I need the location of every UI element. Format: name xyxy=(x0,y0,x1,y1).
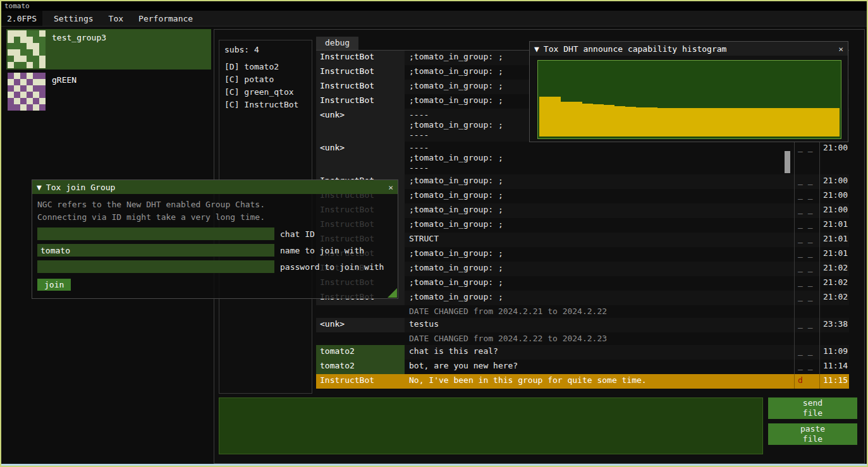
message-time xyxy=(819,332,849,345)
message-text: ;tomato_in_group: ; xyxy=(405,174,794,189)
scrollbar-thumb[interactable] xyxy=(785,151,790,173)
histogram-bar xyxy=(539,97,550,136)
window-titlebar[interactable]: ▼ Tox DHT announce capability histogram … xyxy=(530,42,848,56)
message-text: ;tomato_in_group: ; xyxy=(405,189,794,203)
menu-settings[interactable]: Settings xyxy=(46,11,101,26)
subs-list-item[interactable]: [D] tomato2 xyxy=(219,61,312,73)
subs-list: [D] tomato2[C] potato[C] green_qtox[C] I… xyxy=(219,61,312,111)
message-flags xyxy=(794,332,819,345)
histogram-bar xyxy=(829,108,840,136)
chat-row: tomato2chat is this real?_ _11:09 xyxy=(316,345,849,360)
message-time: 11:09 xyxy=(819,345,849,360)
chat-row: DATE CHANGED from 2024.2.22 to 2024.2.23 xyxy=(316,332,849,345)
message-flags: _ _ xyxy=(794,233,819,247)
menubar: 2.0FPS Settings Tox Performance xyxy=(1,11,867,27)
close-icon[interactable]: × xyxy=(838,44,843,54)
histogram-bar xyxy=(593,104,604,136)
join-button[interactable]: join xyxy=(37,279,71,291)
histogram-bar xyxy=(711,108,722,136)
sender-name xyxy=(316,332,405,345)
tab-debug[interactable]: debug xyxy=(316,37,358,50)
histogram-bar xyxy=(668,108,679,136)
message-text: STRUCT xyxy=(405,233,794,247)
join-name-label: name to join with xyxy=(280,246,364,255)
message-time: 11:15 xyxy=(819,374,849,389)
group-list: test_group3gREEN xyxy=(6,29,211,114)
histogram-bar xyxy=(818,108,829,136)
histogram-bar xyxy=(647,107,657,136)
message-flags xyxy=(794,305,819,318)
chat-id-input[interactable] xyxy=(37,227,274,240)
message-text: ;tomato_in_group: ; xyxy=(405,203,794,218)
sender-name: InstructBot xyxy=(316,80,405,94)
message-time: 11:14 xyxy=(819,360,849,374)
window-titlebar[interactable]: ▼ Tox join Group × xyxy=(32,180,398,194)
subs-header: subs: 4 xyxy=(219,40,312,61)
message-text: ---- ;tomato_in_group: ; ---- xyxy=(405,142,794,174)
histogram-bar xyxy=(582,104,593,136)
fps-indicator: 2.0FPS xyxy=(1,11,42,26)
message-time: 21:01 xyxy=(819,218,849,233)
histogram-bar xyxy=(690,108,700,136)
message-flags: _ _ xyxy=(794,360,819,374)
subs-list-item[interactable]: [C] green_qtox xyxy=(219,86,312,99)
histogram-bar xyxy=(743,108,754,136)
sender-name: InstructBot xyxy=(316,65,405,80)
message-flags: _ _ xyxy=(794,276,819,291)
message-flags: _ _ xyxy=(794,247,819,262)
join-password-input[interactable] xyxy=(37,260,274,273)
message-time: 21:01 xyxy=(819,247,849,262)
sender-name: tomato2 xyxy=(316,345,405,360)
menu-tox[interactable]: Tox xyxy=(101,11,131,26)
group-item-gREEN[interactable]: gREEN xyxy=(6,71,211,112)
histogram-bars xyxy=(539,62,840,136)
message-text: ;tomato_in_group: ; xyxy=(405,247,794,262)
message-input[interactable] xyxy=(219,397,763,454)
message-text: No, I've been in this group for quite so… xyxy=(405,374,794,389)
resize-grip[interactable] xyxy=(388,288,397,298)
message-time: 21:02 xyxy=(819,276,849,291)
message-text: ;tomato_in_group: ; xyxy=(405,276,794,291)
subs-list-item[interactable]: [C] potato xyxy=(219,73,312,86)
message-text: ;tomato_in_group: ; xyxy=(405,218,794,233)
histogram-bar xyxy=(775,108,786,136)
message-flags: _ _ xyxy=(794,318,819,332)
sender-name: InstructBot xyxy=(316,94,405,109)
join-description-line1: NGC refers to the New DHT enabled Group … xyxy=(37,198,393,211)
message-time: 21:00 xyxy=(819,203,849,218)
close-icon[interactable]: × xyxy=(388,183,393,192)
histogram-bar xyxy=(732,108,743,136)
message-flags: _ _ xyxy=(794,291,819,305)
message-time: 21:02 xyxy=(819,262,849,276)
histogram-bar xyxy=(636,107,647,136)
histogram-bar xyxy=(807,108,818,136)
join-description-line2: Connecting via ID might take a very long… xyxy=(37,211,393,224)
group-item-test_group3[interactable]: test_group3 xyxy=(6,29,211,70)
chat-id-label: chat ID xyxy=(280,229,315,239)
paste-file-button[interactable]: paste file xyxy=(768,423,857,445)
collapse-arrow-icon[interactable]: ▼ xyxy=(37,183,42,192)
window-resize-edge[interactable] xyxy=(1,464,867,466)
titlebar: tomato xyxy=(1,1,867,11)
histogram-bar xyxy=(561,102,572,136)
date-changed-text: DATE CHANGED from 2024.2.21 to 2024.2.22 xyxy=(405,305,794,318)
join-name-input[interactable] xyxy=(37,244,274,257)
histogram-bar xyxy=(764,108,775,136)
histogram-bar xyxy=(572,102,582,136)
histogram-bar xyxy=(721,108,732,136)
subs-list-item[interactable]: [C] InstructBot xyxy=(219,99,312,111)
sender-name xyxy=(316,305,405,318)
group-name: test_group3 xyxy=(52,33,106,42)
send-file-button[interactable]: send file xyxy=(768,397,857,419)
join-window-title: Tox join Group xyxy=(46,183,116,192)
histogram-bar xyxy=(604,105,614,136)
histogram-window-title: Tox DHT announce capability histogram xyxy=(544,44,727,54)
message-time: 21:01 xyxy=(819,233,849,247)
histogram-bar xyxy=(700,108,711,136)
menu-performance[interactable]: Performance xyxy=(131,11,200,26)
date-changed-text: DATE CHANGED from 2024.2.22 to 2024.2.23 xyxy=(405,332,794,345)
join-password-label: password to join with xyxy=(280,262,384,272)
group-name: gREEN xyxy=(52,75,76,85)
sender-name: tomato2 xyxy=(316,360,405,374)
collapse-arrow-icon[interactable]: ▼ xyxy=(534,44,539,54)
